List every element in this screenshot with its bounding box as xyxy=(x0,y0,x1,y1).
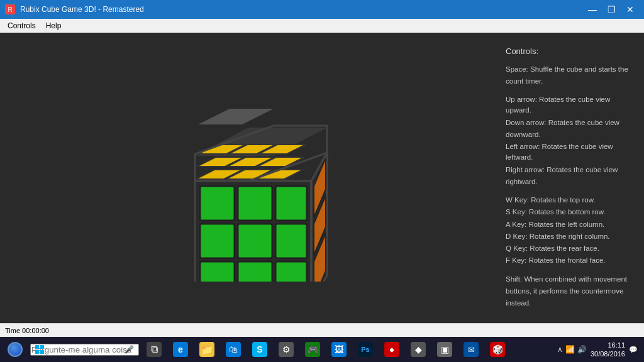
right-arrow-line-1: Right arrow: Rotates the cube view xyxy=(506,165,635,175)
front-cell xyxy=(200,261,235,282)
main-content: Controls: Space: Shuffle the cube and st… xyxy=(0,33,644,323)
close-button[interactable]: ✕ xyxy=(621,3,639,16)
front-cell xyxy=(238,224,272,258)
clock[interactable]: 16:11 30/08/2016 xyxy=(591,341,625,359)
skype-icon: S xyxy=(252,342,267,357)
photoshop-icon: Ps xyxy=(358,342,373,357)
rubik-icon: 🎲 xyxy=(490,342,505,357)
title-bar-left: R Rubix Cube Game 3D! - Remastered xyxy=(5,4,144,14)
controls-space-section: Space: Shuffle the cube and starts the c… xyxy=(506,64,635,87)
left-arrow-line: Left arrow: Rotates the cube view leftwa… xyxy=(506,141,635,163)
svg-rect-1 xyxy=(40,345,44,349)
time-label: Time xyxy=(5,327,20,334)
photoshop-app[interactable]: Ps xyxy=(353,337,378,362)
taskbar: 🎤 ⧉ e 📁 🛍 S ⚙ 🎮 🖼 Ps ● xyxy=(0,337,644,362)
w-key-line: W Key: Rotates the top row. xyxy=(506,195,635,206)
clock-time: 16:11 xyxy=(591,341,625,349)
window-title: Rubix Cube Game 3D! - Remastered xyxy=(20,5,144,14)
front-cell xyxy=(238,261,272,282)
menu-bar: Controls Help xyxy=(0,19,644,33)
controls-keys-section: W Key: Rotates the top row. S Key: Rotat… xyxy=(506,195,635,266)
app-icon: R xyxy=(5,4,15,14)
app-dark[interactable]: ◆ xyxy=(406,337,431,362)
settings-app[interactable]: ⚙ xyxy=(274,337,299,362)
shift-line-1: Shift: When combined with movement xyxy=(506,274,635,285)
mail-icon: ✉ xyxy=(464,342,479,357)
s-key-line: S Key: Rotates the bottom row. xyxy=(506,207,635,217)
controls-arrow-section: Up arrow: Rotates the cube view upward. … xyxy=(506,94,635,187)
clock-date: 30/08/2016 xyxy=(591,349,625,358)
space-line-2: count timer. xyxy=(506,76,635,87)
task-view-icon: ⧉ xyxy=(147,342,162,357)
explorer-app[interactable]: 📁 xyxy=(194,337,219,362)
system-icons: ∧ 📶 🔊 xyxy=(557,345,587,354)
xbox-icon: 🎮 xyxy=(305,342,320,357)
menu-controls[interactable]: Controls xyxy=(3,20,41,31)
controls-shift-section: Shift: When combined with movement butto… xyxy=(506,274,635,309)
chevron-up-icon[interactable]: ∧ xyxy=(557,345,563,354)
notification-icon[interactable]: 💬 xyxy=(629,346,638,354)
start-orb xyxy=(8,342,23,357)
network-icon: 📶 xyxy=(565,345,575,354)
app-red[interactable]: ● xyxy=(379,337,404,362)
right-arrow-line-2: rightward. xyxy=(506,177,635,187)
menu-help[interactable]: Help xyxy=(41,20,67,31)
space-line-1: Space: Shuffle the cube and starts the xyxy=(506,64,635,75)
minimize-button[interactable]: — xyxy=(584,3,601,16)
f-key-line: F Key: Rotates the frontal face. xyxy=(506,255,635,266)
xbox-app[interactable]: 🎮 xyxy=(300,337,325,362)
photos-icon: 🖼 xyxy=(331,342,347,357)
game-area xyxy=(0,33,496,323)
explorer-icon: 📁 xyxy=(199,342,214,357)
windows-icon xyxy=(35,345,44,354)
dark-app-icon: ◆ xyxy=(411,342,426,357)
microphone-icon: 🎤 xyxy=(125,345,134,354)
shift-line-3: instead. xyxy=(506,298,635,309)
top-border xyxy=(198,109,274,124)
restore-button[interactable]: ❐ xyxy=(602,3,620,16)
front-cell xyxy=(238,186,272,221)
title-bar: R Rubix Cube Game 3D! - Remastered — ❐ ✕ xyxy=(0,0,644,19)
settings-icon: ⚙ xyxy=(279,342,294,357)
rubiks-cube-svg xyxy=(148,74,349,282)
a-key-line: A Key: Rotates the left column. xyxy=(506,219,635,230)
front-cell xyxy=(275,261,307,282)
app-gray[interactable]: ▣ xyxy=(432,337,457,362)
search-input[interactable] xyxy=(30,344,139,356)
shift-line-2: buttons, it performs the countermove xyxy=(506,286,635,297)
front-cell xyxy=(200,186,235,221)
gray-app-icon: ▣ xyxy=(437,342,452,357)
right-panel: Controls: Space: Shuffle the cube and st… xyxy=(496,33,644,323)
q-key-line: Q Key: Rotates the rear face. xyxy=(506,243,635,254)
rubik-app[interactable]: 🎲 xyxy=(485,337,510,362)
time-value: 00:00:00 xyxy=(22,327,49,334)
red-app-icon: ● xyxy=(384,342,399,357)
mail-app[interactable]: ✉ xyxy=(458,337,484,362)
photos-app[interactable]: 🖼 xyxy=(326,337,352,362)
search-wrapper: 🎤 xyxy=(30,344,139,356)
svg-rect-2 xyxy=(35,350,39,354)
window-controls: — ❐ ✕ xyxy=(584,3,639,16)
taskbar-apps: ⧉ e 📁 🛍 S ⚙ 🎮 🖼 Ps ● ◆ xyxy=(142,337,510,362)
volume-icon: 🔊 xyxy=(577,345,587,354)
skype-app[interactable]: S xyxy=(247,337,272,362)
task-view-button[interactable]: ⧉ xyxy=(142,337,167,362)
edge-app[interactable]: e xyxy=(168,337,193,362)
front-cell xyxy=(200,224,235,258)
edge-icon: e xyxy=(173,342,188,357)
svg-rect-0 xyxy=(35,345,39,349)
cube-container xyxy=(148,74,349,282)
start-button[interactable] xyxy=(3,337,28,362)
front-cell xyxy=(275,224,307,258)
taskbar-right: ∧ 📶 🔊 16:11 30/08/2016 💬 xyxy=(557,341,641,359)
svg-rect-3 xyxy=(40,350,44,354)
store-icon: 🛍 xyxy=(226,342,241,357)
down-arrow-line-2: downward. xyxy=(506,129,635,140)
store-app[interactable]: 🛍 xyxy=(221,337,246,362)
status-bar: Time 00:00:00 xyxy=(0,323,644,337)
controls-title: Controls: xyxy=(506,45,635,58)
down-arrow-line-1: Down arrow: Rotates the cube view xyxy=(506,118,635,128)
front-cell xyxy=(275,186,307,221)
up-arrow-line: Up arrow: Rotates the cube view upward. xyxy=(506,94,635,116)
d-key-line: D Key: Rotates the right column. xyxy=(506,231,635,242)
